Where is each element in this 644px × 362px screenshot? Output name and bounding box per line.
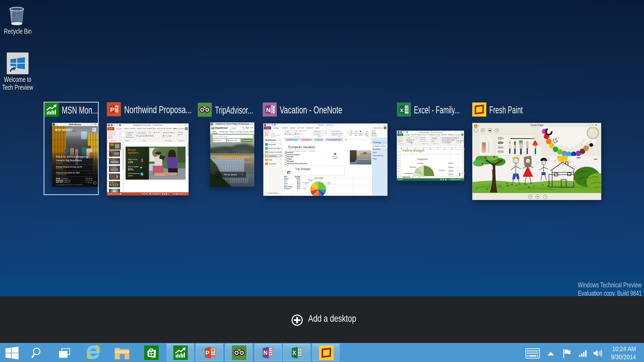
svg-text:N: N [266, 106, 270, 113]
svg-text:x: x [400, 106, 404, 113]
svg-text:X: X [292, 350, 296, 356]
svg-text:N: N [264, 350, 268, 356]
svg-text:P: P [110, 106, 114, 113]
svg-text:P: P [206, 350, 209, 356]
